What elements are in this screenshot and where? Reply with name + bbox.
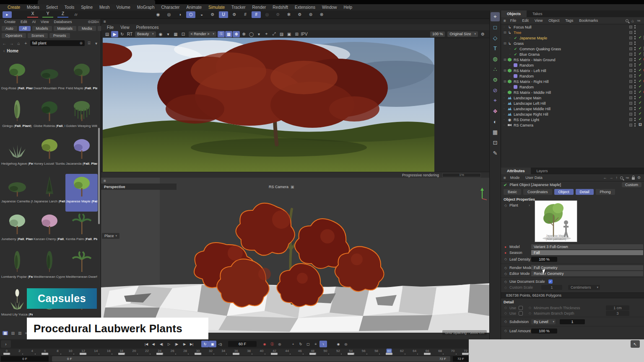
leaf-amount-field[interactable]: 100 % [531,328,557,334]
cube-primitive-tool-icon[interactable]: ◇ [491,33,500,42]
coordinate-system-icon[interactable]: ⌭ [71,11,80,18]
toolbar-icon--[interactable]: ⬡ [186,11,195,18]
subdivision-surface-tool-icon[interactable]: ◍ [491,54,500,63]
asset-menu-icon--[interactable]: ⊜ [88,20,91,24]
gear-icon[interactable]: ⚙ [637,176,641,180]
rv-tool--[interactable]: ▦ [225,31,232,37]
menu-help[interactable]: Help [340,5,356,10]
asset-menu-icon--[interactable]: ≡ [97,20,99,24]
menu-create[interactable]: Create [4,5,23,10]
visibility-dots[interactable] [634,41,636,43]
object-row-rs-matrix-main-ground[interactable]: ⊟RS Matrix - Main Ground✓ [501,57,644,62]
breadcrumb[interactable]: ‹ Home [0,47,101,54]
visibility-dots[interactable] [634,96,636,97]
layer-box[interactable] [629,91,632,94]
panel-hamburger-icon[interactable]: ≡ [504,176,506,180]
spline-tool-icon[interactable]: □ [491,23,500,32]
collapse-icon[interactable]: ⊟ [504,31,507,34]
search-icon[interactable] [620,176,623,179]
layer-box[interactable] [629,47,632,50]
asset-item-jacaranda-fall-plant[interactable]: Jacaranda (Fall, Plant) [65,136,98,174]
collapse-icon[interactable]: ⊟ [504,58,507,62]
om-menu-view[interactable]: View [532,18,545,23]
keyframe-marker[interactable] [195,353,201,355]
playback-toggle--[interactable]: ↻ [201,341,209,347]
menu-tracker[interactable]: Tracker [228,5,249,10]
layer-box[interactable] [629,85,632,88]
filter-icon[interactable]: ≔ [637,18,641,23]
document-tab[interactable] [38,0,155,4]
section-tab-coordinates[interactable]: Coordinates [523,189,552,195]
object-row-rs-matrix-right-hill[interactable]: ⊟RS Matrix - Right Hill✓ [501,79,644,84]
visibility-dots[interactable] [634,63,636,65]
subdivision-field[interactable]: 1 [560,319,585,324]
search-input[interactable]: fall plant ⊗ [30,40,85,46]
min-branch-use-checkbox[interactable]: ✓ [519,306,523,310]
keyframe-marker[interactable] [424,353,431,355]
visibility-dots[interactable] [634,101,636,103]
menu-simulate[interactable]: Simulate [205,5,228,10]
record-button--[interactable]: Ⓐ [268,341,276,347]
record-button--[interactable]: ◎ [276,341,283,347]
timeline-corner-icon[interactable]: ↖ [631,340,640,348]
keyframe-marker[interactable] [118,353,125,355]
filter-tab-presets[interactable]: Presets [49,33,70,38]
package-icon[interactable]: ⌸ [86,41,92,46]
transport-button--[interactable]: ·▶ [180,341,188,347]
object-row-rs-camera[interactable]: ·RS Camera⊡ [501,122,644,128]
layer-box[interactable] [629,31,632,34]
back-icon[interactable]: ← [603,176,607,180]
keying-toggle--[interactable]: ▢ [304,341,312,347]
keyframe-marker[interactable] [80,353,86,355]
asset-item-kentia-palm-fall-plant[interactable]: Kentia Palm (Fall, Plant) [65,212,98,249]
asset-menu-ai[interactable]: AI [30,20,39,24]
section-tab-phong[interactable]: Phong [596,189,615,195]
layer-box[interactable] [629,113,632,116]
menu-modes[interactable]: Modes [23,5,43,10]
home-icon[interactable]: ⌂ [16,41,21,46]
object-row-rs-matrix-left-hill[interactable]: ⊟RS Matrix - Left Hill✓ [501,68,644,73]
layer-box[interactable] [629,124,632,127]
filter-tab-media[interactable]: Media [78,26,96,31]
enabled-check-icon[interactable]: ✓ [639,73,642,78]
sound-button--[interactable]: ◉ [335,341,342,347]
layer-box[interactable] [629,69,632,72]
keyframe-marker[interactable] [3,353,10,355]
back-icon[interactable]: ← [2,41,7,46]
layer-box[interactable] [629,80,632,83]
viewport-menu-icon[interactable]: ≡ [104,178,106,183]
toolbar-icon--[interactable]: ⚙ [208,11,217,18]
object-row-landscape-right-hill[interactable]: ·Landscape Right Hill✓⚑ [501,111,644,117]
environment-tool-icon[interactable]: ◐ [491,117,500,126]
om-menu-tags[interactable]: Tags [562,18,576,23]
rv-tool--[interactable]: ⊡ [180,31,187,37]
asset-item-field-maple-fall-plant[interactable]: Field Maple (Fall, Plant) [65,61,98,98]
keyframe-dot-icon[interactable]: ● [504,251,509,255]
axis-toggle-x[interactable]: X [27,11,38,18]
collapse-icon[interactable]: ⊟ [504,41,507,45]
panel-menu-icon[interactable]: ≡ [104,19,106,24]
rv-menu-preferences[interactable]: Preferences [133,25,162,30]
keyframe-marker[interactable] [386,353,392,355]
asset-item-mediterranean-dwarf[interactable]: Mediterranean Dwarf ... [65,249,98,287]
asset-menu-create[interactable]: Create [2,20,18,24]
enabled-check-icon[interactable]: ✓ [639,35,642,39]
attr-menu-user-data[interactable]: User Data [522,176,545,180]
panel-tab-takes[interactable]: Takes [527,10,548,17]
place-tool-chip[interactable]: Place▾ [102,233,119,239]
menu-window[interactable]: Window [319,5,340,10]
keyframe-marker[interactable] [156,353,163,355]
object-row-random[interactable]: ·Random✓ [501,84,644,90]
annotate-tool-icon[interactable]: ✎ [491,148,500,158]
render-mode-dropdown[interactable]: Full Geometry [531,265,643,270]
layer-box[interactable] [629,96,632,99]
layer-box[interactable] [629,26,632,28]
zoom-level-field[interactable]: 100 % [430,31,445,37]
forward-icon[interactable]: → [609,176,613,180]
view-mode-icon--[interactable]: ▦ [3,331,8,335]
object-row-blue-grama[interactable]: ·✔Blue Grama✓⚑ [501,52,644,57]
object-row-grass[interactable]: ⊟↳Grass [501,41,644,46]
search-icon[interactable] [626,19,628,22]
clear-search-icon[interactable]: ⊗ [79,41,83,45]
toolbar-icon--[interactable]: ◉ [153,11,163,18]
